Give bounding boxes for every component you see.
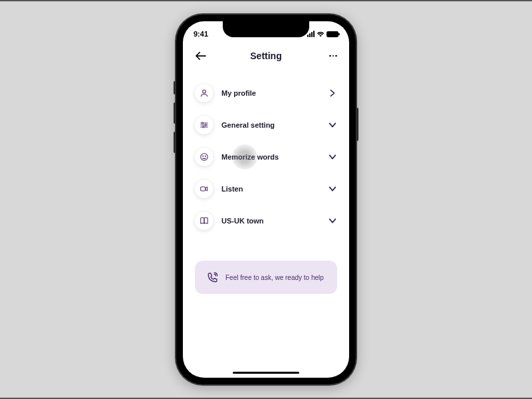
chevron-down-icon	[328, 152, 337, 162]
chevron-down-icon	[328, 120, 337, 130]
signal-icon	[307, 31, 315, 37]
video-icon	[195, 180, 213, 198]
settings-row-memorize-words[interactable]: Memorize words	[195, 141, 337, 173]
side-button-right	[356, 108, 358, 141]
svg-point-7	[201, 154, 208, 161]
help-card[interactable]: Feel free to ask, we ready to help	[195, 261, 337, 294]
row-label: US-UK town	[221, 217, 328, 225]
screen: 9:41 Setting	[183, 21, 349, 378]
home-indicator[interactable]	[233, 372, 299, 374]
status-time: 9:41	[194, 30, 208, 38]
svg-point-0	[203, 90, 206, 93]
row-label: My profile	[221, 89, 328, 97]
chevron-down-icon	[328, 216, 337, 225]
settings-row-general-setting[interactable]: General setting	[195, 109, 337, 141]
settings-row-listen[interactable]: Listen	[195, 173, 337, 205]
nav-bar: Setting	[183, 41, 349, 66]
profile-icon	[195, 84, 213, 102]
svg-point-9	[205, 156, 205, 156]
settings-list: My profile General setting	[183, 66, 349, 237]
back-button[interactable]	[195, 51, 207, 61]
chevron-right-icon	[328, 88, 337, 98]
notch	[223, 21, 309, 37]
book-icon	[195, 211, 213, 230]
row-label: Memorize words	[221, 153, 328, 161]
svg-point-6	[203, 126, 204, 128]
help-text: Feel free to ask, we ready to help	[225, 274, 324, 281]
row-label: General setting	[221, 121, 328, 129]
svg-point-4	[205, 124, 206, 126]
settings-row-us-uk-town[interactable]: US-UK town	[195, 205, 337, 237]
phone-icon	[207, 271, 219, 283]
phone-frame: 9:41 Setting	[176, 15, 356, 384]
more-button[interactable]	[325, 51, 337, 61]
smile-icon	[195, 148, 213, 166]
row-label: Listen	[221, 185, 328, 193]
svg-point-8	[203, 156, 203, 156]
settings-row-my-profile[interactable]: My profile	[195, 77, 337, 109]
side-buttons-left	[174, 81, 176, 161]
page-title: Setting	[250, 51, 281, 61]
chevron-down-icon	[328, 184, 337, 194]
svg-point-2	[202, 122, 203, 124]
wifi-icon	[317, 31, 325, 37]
status-right	[307, 31, 338, 37]
sliders-icon	[195, 116, 213, 134]
svg-rect-10	[201, 187, 205, 191]
battery-icon	[327, 31, 338, 37]
